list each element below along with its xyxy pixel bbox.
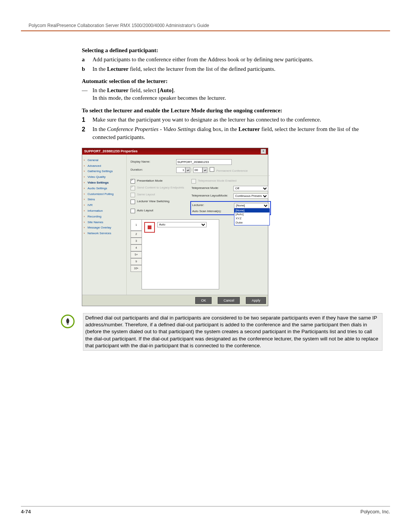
nav-item[interactable]: Video Settings xyxy=(84,180,125,186)
tp-layout-select[interactable]: Continuous Presence xyxy=(233,193,268,199)
layout-panel: Auto xyxy=(142,219,219,289)
nav-item[interactable]: Skins xyxy=(84,197,125,203)
layout-option-1x1[interactable] xyxy=(144,222,155,233)
nav-item[interactable]: Site Names xyxy=(84,220,125,225)
duration-hours[interactable]: ▴▾ xyxy=(176,167,190,173)
apply-button[interactable]: Apply xyxy=(246,297,266,304)
layout-tab[interactable]: 2 xyxy=(131,231,142,238)
auto-select-item: — In the Lecturer field, select [Auto]. … xyxy=(82,86,382,102)
section-title-3: To select the lecturer and enable the Le… xyxy=(82,107,382,114)
display-name-label: Display Name: xyxy=(131,160,176,164)
duration-label: Duration: xyxy=(131,168,176,172)
lecturer-option[interactable]: XYZ xyxy=(234,217,269,221)
nav-item[interactable]: Customized Polling xyxy=(84,192,125,197)
lecturer-select[interactable]: [None] xyxy=(234,203,269,208)
body-text: Selecting a defined participant: a Add p… xyxy=(82,46,382,351)
layout-auto-select[interactable]: Auto xyxy=(157,222,207,227)
section-title-2: Automatic selection of the lecturer: xyxy=(82,77,382,85)
auto-layout-checkbox[interactable] xyxy=(131,209,135,213)
layout-tab[interactable]: 4 xyxy=(131,244,142,251)
properties-dialog: SUPPORT_203881233 Properties × GeneralAd… xyxy=(82,148,268,306)
nav-item[interactable]: Message Overlay xyxy=(84,225,125,231)
nav-item[interactable]: Recording xyxy=(84,214,125,220)
lecturer-option[interactable]: Duke xyxy=(234,221,269,225)
note-block: Defined dial out participants and dial i… xyxy=(61,313,382,351)
dialog-screenshot: SUPPORT_203881233 Properties × GeneralAd… xyxy=(82,148,382,306)
duration-minutes[interactable]: ▴▾ xyxy=(193,167,207,173)
nav-item[interactable]: General xyxy=(84,158,125,163)
dialog-buttons: OK Cancel Apply xyxy=(82,295,268,306)
layout-tab[interactable]: 1 xyxy=(131,219,142,231)
nav-item[interactable]: Gathering Settings xyxy=(84,169,125,174)
dialog-title: SUPPORT_203881233 Properties xyxy=(84,149,138,154)
item-b: b In the Lecturer field, select the lect… xyxy=(82,65,382,73)
nav-item[interactable]: Video Quality xyxy=(84,174,125,180)
tp-mode-select[interactable]: Off xyxy=(233,186,268,191)
nav-item[interactable]: Network Services xyxy=(84,231,125,236)
lecturer-option[interactable]: [Auto] xyxy=(234,212,269,217)
note-icon xyxy=(61,315,75,328)
lecturer-dropdown-open[interactable]: [None][Auto]XYZDuke xyxy=(234,208,270,225)
dialog-main: Display Name: Duration: ▴▾ : ▴▾ xyxy=(127,155,274,295)
page-header: Polycom RealPresence Collaboration Serve… xyxy=(29,23,390,28)
header-rule xyxy=(21,30,390,31)
layout-tab[interactable]: 3 xyxy=(131,238,142,244)
presentation-mode-checkbox[interactable] xyxy=(131,179,135,184)
layout-tab[interactable]: 9 xyxy=(131,258,142,265)
step-1: 1 Make sure that the participant you wan… xyxy=(82,116,382,124)
step-2: 2 In the Conference Properties - Video S… xyxy=(82,125,382,141)
note-text: Defined dial out participants and dial i… xyxy=(83,313,382,351)
send-legacy-checkbox[interactable] xyxy=(131,186,135,190)
dialog-titlebar: SUPPORT_203881233 Properties × xyxy=(82,148,268,155)
display-name-input[interactable] xyxy=(176,159,232,165)
lvs-checkbox[interactable] xyxy=(131,200,135,204)
close-icon[interactable]: × xyxy=(261,149,266,154)
nav-item[interactable]: Information xyxy=(84,208,125,214)
tp-enabled-checkbox[interactable] xyxy=(191,179,196,184)
item-a: a Add participants to the conference eit… xyxy=(82,56,382,63)
page-number: 4-74 xyxy=(21,509,31,514)
nav-item[interactable]: Advanced xyxy=(84,163,125,169)
page-footer: 4-74 Polycom, Inc. xyxy=(21,506,390,514)
lecturer-option[interactable]: [None] xyxy=(234,209,269,213)
page: Polycom RealPresence Collaboration Serve… xyxy=(0,0,411,532)
dialog-nav: GeneralAdvancedGathering SettingsVideo Q… xyxy=(82,155,127,295)
cancel-button[interactable]: Cancel xyxy=(218,297,240,304)
ok-button[interactable]: OK xyxy=(195,297,212,304)
nav-item[interactable]: IVR xyxy=(84,203,125,208)
layout-tab[interactable]: 10+ xyxy=(131,265,142,272)
permanent-conf-checkbox[interactable] xyxy=(210,167,214,172)
layout-tab[interactable]: 5+ xyxy=(131,251,142,258)
footer-company: Polycom, Inc. xyxy=(360,509,390,514)
nav-item[interactable]: Audio Settings xyxy=(84,186,125,192)
layout-selector: 12345+910+ Auto xyxy=(131,219,270,289)
lecturer-highlight: Lecturer: [None] [None][Auto]XYZDuke Aut… xyxy=(190,201,271,216)
same-layout-checkbox[interactable] xyxy=(131,193,135,197)
layout-tabs[interactable]: 12345+910+ xyxy=(131,219,142,289)
section-title-1: Selecting a defined participant: xyxy=(82,46,382,54)
